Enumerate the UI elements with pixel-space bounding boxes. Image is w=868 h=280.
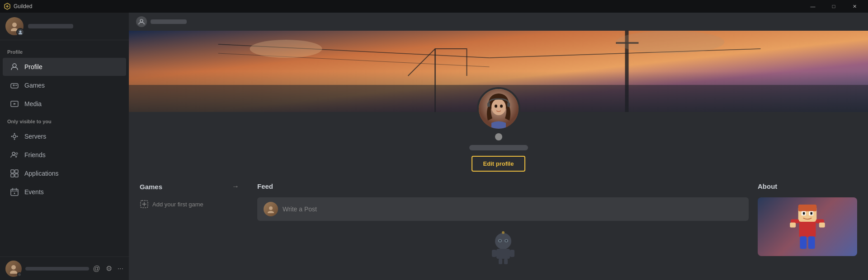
svg-rect-17 [11, 170, 14, 173]
write-post-avatar [264, 202, 278, 216]
svg-point-15 [12, 152, 15, 155]
titlebar: Guilded — □ ✕ [0, 0, 868, 13]
friends-icon [10, 150, 19, 159]
svg-point-4 [13, 64, 16, 67]
footer-status-dot [17, 272, 22, 277]
servers-icon [10, 132, 19, 141]
about-section: About [758, 182, 857, 266]
about-image [758, 197, 857, 256]
sidebar-item-media[interactable]: Media [3, 95, 126, 113]
edit-profile-button[interactable]: Edit profile [472, 156, 526, 172]
add-game-icon [140, 200, 149, 209]
maximize-button[interactable]: □ [824, 0, 844, 13]
svg-rect-67 [790, 223, 796, 228]
add-game-button[interactable]: Add your first game [140, 198, 239, 210]
sidebar-nav: Profile Profile [0, 40, 129, 257]
svg-point-12 [14, 139, 15, 140]
sidebar-item-applications-label: Applications [24, 170, 59, 177]
profile-avatar-status [495, 133, 502, 140]
at-icon[interactable]: @ [93, 265, 100, 273]
games-section-title: Games [140, 183, 162, 191]
sidebar: Profile Profile [0, 13, 129, 280]
svg-rect-19 [11, 174, 14, 177]
svg-point-55 [505, 240, 507, 242]
svg-point-2 [19, 31, 22, 33]
svg-point-11 [14, 133, 15, 135]
svg-point-23 [11, 265, 16, 270]
profile-display-name [469, 145, 528, 150]
svg-rect-49 [510, 250, 514, 257]
sidebar-item-friends[interactable]: Friends [3, 146, 126, 164]
svg-point-57 [502, 231, 505, 234]
window-controls: — □ ✕ [803, 0, 864, 13]
events-icon [10, 187, 19, 196]
write-post-placeholder: Write a Post [283, 205, 317, 213]
svg-rect-60 [798, 205, 817, 211]
write-post-input[interactable]: Write a Post [257, 197, 749, 221]
feed-section-title: Feed [257, 182, 273, 190]
svg-point-6 [15, 85, 16, 86]
guilded-logo-icon [4, 3, 11, 10]
feed-section: Feed Write a Post [248, 182, 758, 266]
sidebar-item-servers[interactable]: Servers [3, 127, 126, 145]
profile-content-grid: Games → Add your first game Feed [129, 172, 868, 266]
sidebar-item-events-label: Events [24, 188, 44, 196]
svg-point-45 [268, 211, 274, 213]
svg-rect-18 [15, 170, 18, 173]
media-icon [10, 99, 19, 108]
person-icon [10, 62, 19, 71]
main-content: Edit profile Games → Add your firs [129, 13, 868, 280]
svg-point-38 [491, 99, 506, 115]
feed-section-header: Feed [257, 182, 749, 190]
svg-rect-50 [499, 259, 502, 264]
feed-illustration [257, 230, 749, 266]
svg-point-24 [10, 271, 17, 274]
sidebar-item-servers-label: Servers [24, 133, 46, 140]
sidebar-item-games[interactable]: Games [3, 76, 126, 94]
profile-header-bar [129, 13, 868, 31]
sidebar-item-profile[interactable]: Profile [3, 58, 126, 76]
sidebar-item-applications[interactable]: Applications [3, 164, 126, 182]
svg-point-39 [495, 105, 497, 108]
footer-avatar [5, 261, 22, 277]
footer-username [25, 267, 89, 271]
svg-point-44 [269, 206, 273, 210]
svg-point-10 [13, 135, 16, 138]
games-section-arrow[interactable]: → [232, 182, 239, 191]
svg-rect-42 [507, 103, 510, 107]
add-game-label: Add your first game [152, 201, 203, 208]
footer-icons: @ ⚙ ··· [93, 264, 123, 273]
svg-rect-20 [15, 174, 18, 177]
svg-rect-21 [11, 189, 18, 196]
sidebar-username [28, 24, 73, 28]
svg-rect-70 [808, 236, 815, 249]
app-body: Profile Profile [0, 13, 868, 280]
svg-rect-47 [496, 249, 510, 259]
svg-rect-68 [819, 223, 825, 228]
sidebar-user-avatar-container [5, 17, 24, 35]
profile-avatar-section: Edit profile [129, 87, 868, 172]
app-title: Guilded [14, 3, 32, 9]
svg-rect-5 [11, 84, 18, 88]
minimize-button[interactable]: — [803, 0, 823, 13]
svg-point-14 [17, 136, 18, 137]
svg-rect-48 [492, 250, 496, 257]
profile-avatar-image [479, 89, 519, 129]
sidebar-item-events[interactable]: Events [3, 183, 126, 201]
sidebar-item-games-label: Games [24, 82, 45, 89]
svg-point-25 [140, 19, 143, 22]
svg-point-22 [14, 193, 15, 194]
svg-rect-41 [487, 103, 490, 107]
games-section-header: Games → [140, 182, 239, 191]
svg-point-7 [16, 85, 17, 86]
sidebar-user-header[interactable] [0, 13, 129, 40]
svg-point-3 [19, 33, 22, 35]
sidebar-user-avatar-small [16, 28, 24, 36]
sidebar-item-friends-label: Friends [24, 151, 46, 159]
more-options-icon[interactable]: ··· [118, 265, 123, 273]
sidebar-item-media-label: Media [24, 100, 42, 107]
sidebar-item-profile-label: Profile [24, 63, 42, 70]
close-button[interactable]: ✕ [844, 0, 864, 13]
settings-icon[interactable]: ⚙ [106, 264, 112, 273]
svg-point-13 [11, 136, 13, 137]
